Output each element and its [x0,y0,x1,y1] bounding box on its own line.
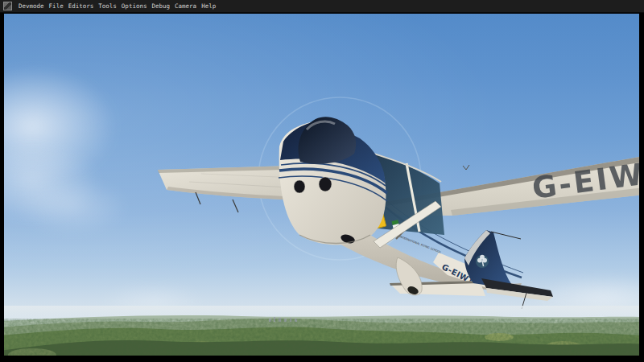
aircraft: G-EIWT G-EIWT [158,117,639,309]
wing-antenna [196,192,200,204]
right-stabilizer [481,278,553,309]
menu-item-options[interactable]: Options [119,0,150,12]
devmode-app-icon[interactable] [3,2,12,10]
wing-antenna [233,200,238,212]
menu-item-debug[interactable]: Debug [149,0,172,12]
terrain-texture [4,319,639,356]
sim-3d-viewport[interactable]: G-EIWT G-EIWT [4,14,639,356]
menu-item-editors[interactable]: Editors [66,0,97,12]
menu-item-file[interactable]: File [47,0,66,12]
menu-item-camera[interactable]: Camera [172,0,199,12]
terrain [4,306,639,356]
sponsor-text: INTERNATIONAL FLYING SCHOOL [399,235,442,254]
fin-antenna [491,232,521,239]
menu-item-tools[interactable]: Tools [96,0,119,12]
devmode-menu-bar: Devmode File Editors Tools Options Debug… [0,0,644,13]
menu-item-help[interactable]: Help [199,0,218,12]
menu-item-devmode[interactable]: Devmode [16,0,47,12]
wing-registration: G-EIWT [530,154,639,206]
app-window: { "menu_bar": { "icon": "devmode-app-ico… [0,0,644,362]
scene-graphics: G-EIWT G-EIWT [4,14,639,356]
